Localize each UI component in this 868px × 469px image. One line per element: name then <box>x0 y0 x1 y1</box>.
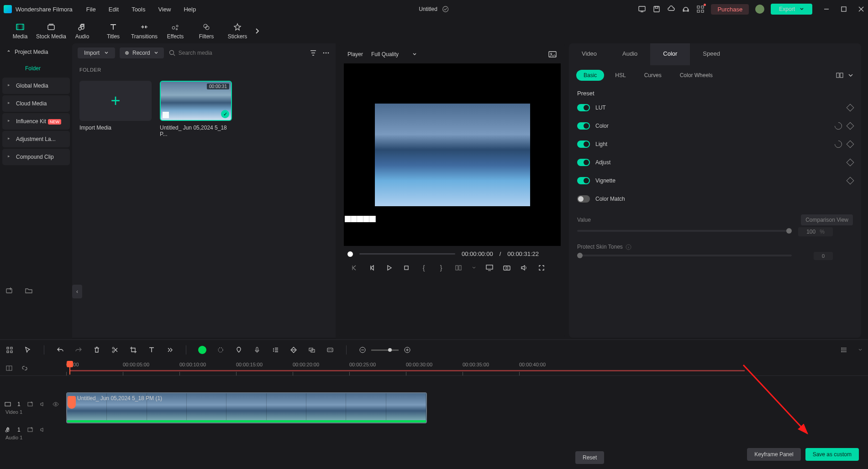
user-avatar[interactable] <box>755 5 764 14</box>
group-icon[interactable] <box>308 346 316 354</box>
record-button[interactable]: Record <box>120 47 164 58</box>
import-media-card[interactable]: + Import Media <box>79 81 152 137</box>
tab-video[interactable]: Video <box>569 43 610 65</box>
tab-titles[interactable]: Titles <box>98 21 129 42</box>
tab-audio[interactable]: Audio <box>610 43 650 65</box>
apps-icon[interactable] <box>696 5 705 13</box>
menu-edit[interactable]: Edit <box>109 6 119 13</box>
tab-effects[interactable]: Effects <box>160 21 191 42</box>
caption-icon[interactable] <box>326 346 334 354</box>
filter-icon[interactable] <box>309 49 317 57</box>
tab-filters[interactable]: Filters <box>191 21 222 42</box>
keyframe-light-icon[interactable] <box>847 141 854 148</box>
info-icon[interactable] <box>626 244 631 250</box>
sidebar-collapse-button[interactable]: ‹ <box>72 285 82 298</box>
project-media-header[interactable]: Project Media <box>0 43 72 61</box>
track-mute-icon[interactable] <box>40 401 46 407</box>
split-icon[interactable] <box>111 346 119 354</box>
sidebar-compound-clip[interactable]: Compound Clip <box>2 149 70 165</box>
save-as-custom-button[interactable]: Save as custom <box>805 448 859 461</box>
zoom-in-icon[interactable] <box>403 346 411 354</box>
frame-back-icon[interactable] <box>368 264 376 272</box>
more-icon[interactable] <box>322 49 330 57</box>
timeline-chain-icon[interactable] <box>21 365 28 372</box>
tab-transitions[interactable]: Transitions <box>129 21 160 42</box>
media-clip-card[interactable]: 00:00:31 ✓ Untitled_ Jun 05,2024 5_18 P.… <box>160 81 232 137</box>
protect-slider-thumb[interactable] <box>577 253 583 258</box>
audio-track-add-icon[interactable] <box>27 427 33 433</box>
toggle-light[interactable] <box>577 141 590 148</box>
device-icon[interactable] <box>638 5 646 13</box>
close-icon[interactable] <box>858 6 864 12</box>
tab-color[interactable]: Color <box>650 43 690 65</box>
value-number[interactable]: 100 % <box>798 227 833 236</box>
toggle-adjust[interactable] <box>577 159 590 166</box>
delete-icon[interactable] <box>93 346 101 354</box>
track-display-chevron-icon[interactable] <box>858 346 863 354</box>
sidebar-cloud-media[interactable]: Cloud Media <box>2 95 70 112</box>
search-icon[interactable] <box>168 49 176 57</box>
reset-light-icon[interactable] <box>833 139 844 150</box>
tab-stock-media[interactable]: Stock Media <box>36 21 67 42</box>
keyframe-panel-button[interactable]: Keyframe Panel <box>747 448 800 461</box>
stop-icon[interactable] <box>402 264 410 272</box>
marker-icon[interactable] <box>235 346 243 354</box>
keyframe-lut-icon[interactable] <box>847 104 854 112</box>
snapshot-icon[interactable] <box>503 264 511 272</box>
playhead-handle[interactable] <box>68 396 76 409</box>
save-icon[interactable] <box>652 5 661 13</box>
menu-help[interactable]: Help <box>184 6 196 13</box>
protect-number[interactable]: 0 <box>814 252 833 260</box>
sidebar-influence-kit[interactable]: Influence KitNEW <box>2 113 70 130</box>
grid-icon[interactable] <box>5 346 14 354</box>
minimize-icon[interactable] <box>823 6 830 12</box>
tab-audio[interactable]: Audio <box>67 21 98 42</box>
support-icon[interactable] <box>682 5 690 13</box>
crop-icon[interactable] <box>129 346 137 354</box>
scrub-handle[interactable] <box>347 251 353 257</box>
playhead-marker[interactable] <box>69 361 70 375</box>
track-visibility-icon[interactable] <box>53 401 59 407</box>
color-settings-icon[interactable] <box>216 346 225 354</box>
toggle-lut[interactable] <box>577 104 590 111</box>
undo-icon[interactable] <box>56 346 64 354</box>
comparison-view-button[interactable]: Comparison View <box>801 214 853 225</box>
keyframe-adjust-icon[interactable] <box>847 159 854 167</box>
toggle-vignette[interactable] <box>577 177 590 184</box>
timeline-link-icon[interactable] <box>5 365 13 372</box>
cursor-icon[interactable] <box>24 346 32 354</box>
audio-track-mute-icon[interactable] <box>40 427 46 433</box>
step-back-icon[interactable] <box>350 264 358 272</box>
timeline-ruler[interactable]: 00:00 00:00:05:00 00:00:10:00 00:00:15:0… <box>0 360 868 376</box>
toggle-color-match[interactable] <box>577 195 590 203</box>
menu-tools[interactable]: Tools <box>132 6 145 13</box>
track-display-icon[interactable] <box>840 346 848 354</box>
new-folder-icon[interactable] <box>25 287 33 295</box>
text-icon[interactable] <box>147 346 156 354</box>
play-icon[interactable] <box>385 264 393 272</box>
preview-canvas[interactable] <box>344 63 561 246</box>
subtab-basic[interactable]: Basic <box>576 70 604 81</box>
redo-icon[interactable] <box>74 346 83 354</box>
render-status-icon[interactable] <box>198 346 206 354</box>
audio-mix-icon[interactable] <box>271 346 279 354</box>
new-bin-icon[interactable] <box>5 287 14 295</box>
cloud-icon[interactable] <box>667 5 675 13</box>
quality-select[interactable]: Full Quality <box>371 51 417 57</box>
sidebar-global-media[interactable]: Global Media <box>2 78 70 94</box>
keyframe-vignette-icon[interactable] <box>847 177 854 185</box>
value-slider-thumb[interactable] <box>786 228 792 234</box>
display-icon[interactable] <box>485 264 494 272</box>
compare-icon[interactable] <box>836 71 844 79</box>
layout-icon[interactable] <box>454 264 463 272</box>
fullscreen-icon[interactable] <box>537 264 546 272</box>
more-tools-icon[interactable] <box>166 346 174 354</box>
sidebar-adjustment-layer[interactable]: Adjustment La... <box>2 131 70 147</box>
subtab-hsl[interactable]: HSL <box>608 70 633 81</box>
tab-speed[interactable]: Speed <box>690 43 733 65</box>
scrub-track[interactable] <box>359 253 455 255</box>
mic-icon[interactable] <box>253 346 261 354</box>
toolbar-more[interactable] <box>253 27 262 35</box>
zoom-slider[interactable] <box>371 349 399 351</box>
maximize-icon[interactable] <box>841 6 847 12</box>
